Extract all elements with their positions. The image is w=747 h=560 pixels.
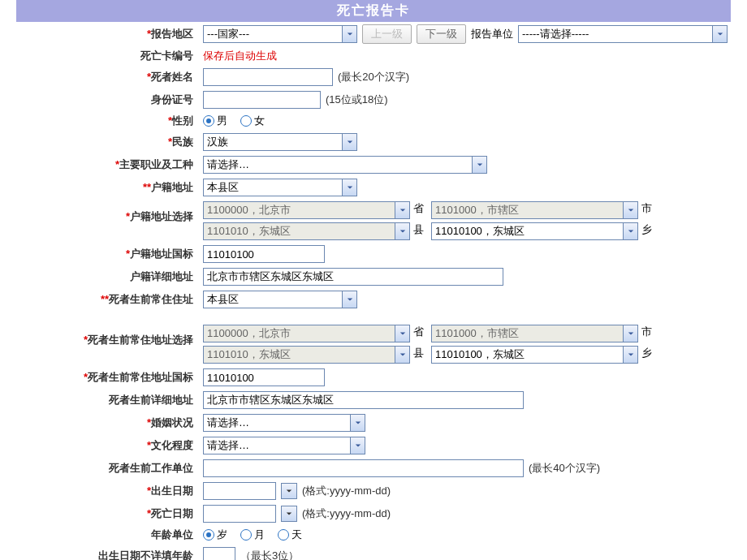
- btn-prev-level[interactable]: 上一级: [362, 24, 412, 44]
- radio-age-month[interactable]: 月: [240, 528, 265, 542]
- chevron-down-icon[interactable]: [395, 202, 409, 218]
- radio-age-day[interactable]: 天: [278, 528, 302, 542]
- chevron-down-icon[interactable]: [472, 157, 486, 173]
- label-res-detail: 死者生前详细地址: [19, 393, 198, 407]
- chevron-down-icon[interactable]: [623, 202, 637, 218]
- label-name: *死者姓名: [19, 70, 198, 84]
- select-res-town[interactable]: 11010100，东城区: [431, 346, 638, 364]
- hint-name: (最长20个汉字): [338, 70, 409, 84]
- label-res-addr: **死者生前常住住址: [19, 292, 198, 307]
- label-res-gb: *死者生前常住地址国标: [19, 370, 198, 385]
- chevron-down-icon[interactable]: [342, 179, 356, 196]
- label-hukou-addr: **户籍地址: [19, 180, 198, 195]
- suffix-res-prov: 省: [413, 325, 428, 342]
- radio-male[interactable]: 男: [203, 114, 227, 128]
- chevron-down-icon[interactable]: [623, 325, 637, 342]
- suffix-town: 乡: [641, 222, 656, 240]
- form-title: 死亡报告卡: [16, 0, 731, 22]
- suffix-prov: 省: [413, 201, 428, 219]
- chevron-down-icon[interactable]: [712, 26, 727, 42]
- input-name[interactable]: [203, 68, 333, 86]
- chevron-down-icon[interactable]: [395, 347, 409, 363]
- btn-next-level[interactable]: 下一级: [417, 24, 466, 44]
- select-res-county[interactable]: 1101010，东城区: [203, 346, 410, 364]
- chevron-down-icon[interactable]: [350, 415, 365, 431]
- chevron-down-icon[interactable]: [623, 347, 637, 363]
- select-res-prov[interactable]: 1100000，北京市: [203, 325, 410, 342]
- label-hukou-detail: 户籍详细地址: [19, 269, 198, 284]
- text-card-no-auto: 保存后自动生成: [203, 49, 277, 63]
- select-report-unit[interactable]: -----请选择-----: [518, 25, 728, 43]
- select-hukou-city[interactable]: 1101000，市辖区: [431, 201, 638, 219]
- radio-age-year[interactable]: 岁: [203, 528, 227, 542]
- input-age-unknown[interactable]: [203, 547, 235, 560]
- label-marital: *婚姻状况: [19, 416, 198, 430]
- select-marital[interactable]: 请选择…: [203, 414, 365, 432]
- hint-age-unknown: （最长3位）: [240, 549, 299, 560]
- radio-female[interactable]: 女: [240, 114, 265, 128]
- suffix-res-county: 县: [413, 346, 428, 364]
- label-birthdate: *出生日期: [19, 484, 198, 498]
- label-idno: 身份证号: [19, 93, 198, 107]
- label-ageunit: 年龄单位: [19, 528, 198, 542]
- hint-workunit: (最长40个汉字): [529, 461, 600, 476]
- select-report-region[interactable]: ---国家---: [203, 25, 357, 43]
- input-hukou-gb[interactable]: [203, 245, 325, 263]
- suffix-city: 市: [641, 201, 656, 219]
- label-nation: *民族: [19, 135, 198, 149]
- label-card-no: 死亡卡编号: [19, 49, 198, 63]
- label-workunit: 死者生前工作单位: [19, 461, 198, 476]
- select-hukou-county[interactable]: 1101010，东城区: [203, 222, 410, 240]
- chevron-down-icon[interactable]: [342, 26, 356, 42]
- input-idno[interactable]: [203, 91, 321, 109]
- chevron-down-icon[interactable]: [395, 223, 409, 239]
- input-workunit[interactable]: [203, 459, 524, 477]
- select-nation[interactable]: 汉族: [203, 133, 357, 151]
- select-hukou-addr[interactable]: 本县区: [203, 179, 357, 196]
- label-edu: *文化程度: [19, 438, 198, 453]
- suffix-res-city: 市: [641, 325, 656, 342]
- input-birthdate[interactable]: [203, 482, 276, 500]
- label-hukou-gb: *户籍地址国标: [19, 247, 198, 261]
- label-occupation: *主要职业及工种: [19, 157, 198, 172]
- calendar-icon[interactable]: [281, 506, 297, 522]
- select-occupation[interactable]: 请选择…: [203, 156, 487, 174]
- chevron-down-icon[interactable]: [342, 134, 356, 150]
- chevron-down-icon[interactable]: [623, 223, 637, 239]
- hint-birthdate: (格式:yyyy-mm-dd): [302, 484, 391, 498]
- select-hukou-town[interactable]: 11010100，东城区: [431, 222, 638, 240]
- input-res-detail[interactable]: [203, 391, 524, 409]
- hint-idno: (15位或18位): [326, 93, 388, 107]
- hint-deathdate: (格式:yyyy-mm-dd): [302, 506, 391, 521]
- label-deathdate: *死亡日期: [19, 506, 198, 521]
- input-res-gb[interactable]: [203, 368, 325, 386]
- label-report-unit: 报告单位: [471, 27, 513, 41]
- select-res-city[interactable]: 1101000，市辖区: [431, 325, 638, 342]
- calendar-icon[interactable]: [281, 483, 297, 499]
- input-hukou-detail[interactable]: [203, 268, 503, 286]
- chevron-down-icon[interactable]: [395, 325, 409, 342]
- label-gender: *性别: [19, 114, 198, 128]
- label-report-region: *报告地区: [19, 27, 198, 41]
- input-deathdate[interactable]: [203, 505, 276, 523]
- select-hukou-prov[interactable]: 1100000，北京市: [203, 201, 410, 219]
- suffix-res-town: 乡: [641, 346, 656, 364]
- suffix-county: 县: [413, 222, 428, 240]
- chevron-down-icon[interactable]: [350, 437, 365, 454]
- label-age-unknown: 出生日期不详填年龄: [19, 549, 198, 560]
- label-hukou-select: *户籍地址选择: [19, 201, 198, 224]
- chevron-down-icon[interactable]: [342, 291, 356, 308]
- label-res-select: *死者生前常住地址选择: [19, 325, 198, 347]
- select-res-addr[interactable]: 本县区: [203, 291, 357, 308]
- select-edu[interactable]: 请选择…: [203, 437, 365, 454]
